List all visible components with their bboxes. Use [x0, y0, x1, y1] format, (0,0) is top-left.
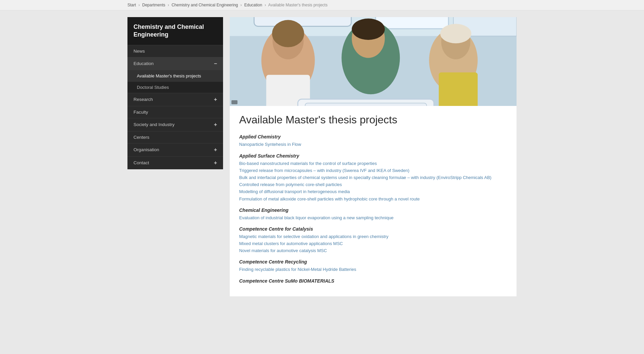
section-competence-catalysis: Competence Centre for Catalysis Magnetic…	[239, 226, 507, 254]
hero-image	[230, 17, 517, 106]
thesis-link-3-2[interactable]: Novel materials for automotive catalysis…	[239, 248, 507, 254]
sidebar-subitem-thesis: Available Master's thesis projects	[127, 70, 223, 81]
society-expand-icon: +	[214, 122, 217, 128]
sidebar-label-education: Education	[133, 61, 154, 66]
thesis-link-4-0[interactable]: Finding recyclable plastics for Nickel-M…	[239, 267, 507, 273]
svg-rect-18	[305, 103, 427, 106]
sidebar-subitem-doctoral: Doctoral Studies	[127, 81, 223, 93]
sidebar-item-organisation: Organisation +	[127, 143, 223, 156]
sidebar-row-society[interactable]: Society and Industry +	[127, 118, 223, 131]
content-body: Available Master's thesis projects Appli…	[230, 106, 517, 296]
breadcrumb-sep-2: ›	[168, 3, 169, 7]
page-title: Available Master's thesis projects	[239, 113, 507, 126]
breadcrumb: Start › Departments › Chemistry and Chem…	[121, 3, 523, 7]
contact-expand-icon: +	[214, 160, 217, 166]
hero-image-inner	[230, 17, 517, 106]
section-heading-0: Applied Chemistry	[239, 134, 507, 139]
breadcrumb-education[interactable]: Education	[244, 3, 262, 7]
thesis-link-1-0[interactable]: Bio-based nanostructured materials for t…	[239, 161, 507, 167]
section-heading-2: Chemical Engineering	[239, 208, 507, 213]
sidebar-link-doctoral[interactable]: Doctoral Studies	[127, 81, 223, 93]
sidebar-item-centers: Centers	[127, 131, 223, 143]
sidebar-item-news: News	[127, 45, 223, 57]
breadcrumb-bar: Start › Departments › Chemistry and Chem…	[0, 0, 644, 10]
sidebar-link-news[interactable]: News	[127, 45, 223, 57]
breadcrumb-current: Available Master's thesis projects	[268, 3, 328, 7]
sidebar-title: Chemistry and Chemical Engineering	[127, 17, 223, 45]
thesis-link-1-2[interactable]: Bulk and interfacial properties of chemi…	[239, 175, 507, 181]
main-content: Available Master's thesis projects Appli…	[230, 17, 517, 296]
sidebar-link-faculty[interactable]: Faculty	[127, 106, 223, 118]
sidebar-row-organisation[interactable]: Organisation +	[127, 143, 223, 156]
sidebar-label-contact: Contact	[133, 160, 149, 165]
breadcrumb-sep-4: ›	[265, 3, 266, 7]
sidebar-item-education: Education − Available Master's thesis pr…	[127, 57, 223, 93]
breadcrumb-start[interactable]: Start	[127, 3, 136, 7]
hero-overlay-indicator	[231, 100, 237, 104]
research-expand-icon: +	[214, 97, 217, 103]
sidebar-label-research: Research	[133, 97, 153, 102]
thesis-link-3-0[interactable]: Magnetic materials for selective oxidati…	[239, 234, 507, 240]
section-applied-surface-chemistry: Applied Surface Chemistry Bio-based nano…	[239, 153, 507, 202]
svg-rect-15	[439, 72, 478, 106]
section-heading-5: Competence Centre SuMo BIOMATERIALS	[239, 278, 507, 284]
section-applied-chemistry: Applied Chemistry Nanoparticle Syntehesi…	[239, 134, 507, 148]
svg-point-12	[352, 18, 385, 40]
breadcrumb-departments[interactable]: Departments	[142, 3, 165, 7]
svg-rect-2	[254, 17, 351, 26]
section-competence-recycling: Competence Centre Recycling Finding recy…	[239, 259, 507, 273]
thesis-link-0-0[interactable]: Nanoparticle Syntehesis in Flow	[239, 141, 507, 148]
sidebar-row-contact[interactable]: Contact +	[127, 157, 223, 169]
education-collapse-icon: −	[214, 61, 217, 67]
svg-point-9	[272, 20, 304, 47]
sidebar-subnav-education: Available Master's thesis projects Docto…	[127, 70, 223, 93]
breadcrumb-sep-1: ›	[139, 3, 140, 7]
sidebar-item-faculty: Faculty	[127, 106, 223, 118]
sidebar-item-research: Research +	[127, 93, 223, 106]
sidebar-row-education[interactable]: Education −	[127, 57, 223, 70]
svg-rect-3	[376, 17, 448, 29]
section-heading-1: Applied Surface Chemistry	[239, 153, 507, 159]
thesis-link-2-0[interactable]: Evaluation of industrial black liquor ev…	[239, 215, 507, 221]
thesis-link-1-1[interactable]: Triggered release from microcapsules – w…	[239, 168, 507, 174]
section-competence-sumo: Competence Centre SuMo BIOMATERIALS	[239, 278, 507, 284]
section-heading-4: Competence Centre Recycling	[239, 259, 507, 264]
sidebar: Chemistry and Chemical Engineering News …	[127, 17, 223, 169]
sidebar-link-centers[interactable]: Centers	[127, 131, 223, 143]
breadcrumb-sep-3: ›	[240, 3, 242, 7]
thesis-link-1-4[interactable]: Modelling of diffusional transport in he…	[239, 189, 507, 195]
page-wrapper: Chemistry and Chemical Engineering News …	[121, 10, 523, 303]
sidebar-label-society: Society and Industry	[133, 122, 174, 127]
section-chemical-engineering: Chemical Engineering Evaluation of indus…	[239, 208, 507, 221]
section-heading-3: Competence Centre for Catalysis	[239, 226, 507, 232]
organisation-expand-icon: +	[214, 147, 217, 153]
thesis-link-3-1[interactable]: Mixed metal clusters for automotive appl…	[239, 241, 507, 247]
sidebar-row-research[interactable]: Research +	[127, 93, 223, 106]
sidebar-link-thesis[interactable]: Available Master's thesis projects	[127, 70, 223, 81]
breadcrumb-dept[interactable]: Chemistry and Chemical Engineering	[171, 3, 238, 7]
sidebar-item-contact: Contact +	[127, 156, 223, 169]
sidebar-item-society: Society and Industry +	[127, 118, 223, 131]
sidebar-label-organisation: Organisation	[133, 147, 159, 152]
svg-point-16	[440, 24, 471, 43]
sidebar-nav: News Education − Available Master's thes…	[127, 45, 223, 169]
thesis-link-1-3[interactable]: Controlled release from polymeric core-s…	[239, 182, 507, 188]
thesis-link-1-5[interactable]: Formulation of metal alkoxide core-shell…	[239, 196, 507, 202]
